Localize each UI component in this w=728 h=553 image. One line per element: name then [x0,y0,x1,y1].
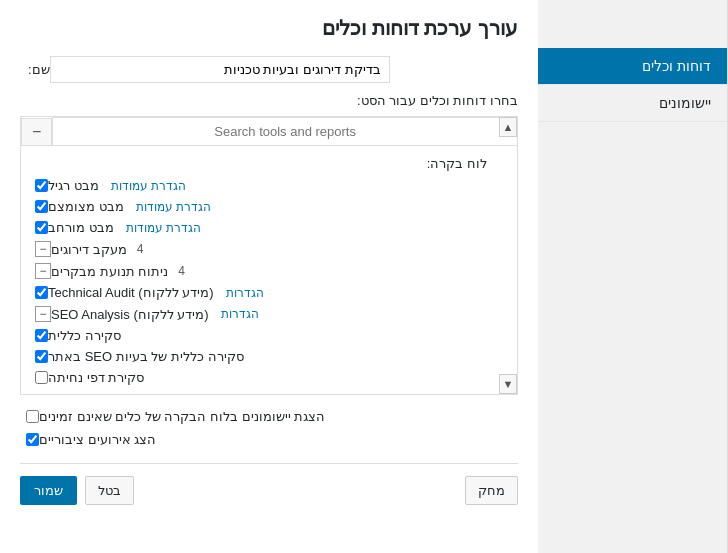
page-title: עורך ערכת דוחות וכלים [20,16,518,40]
delete-button[interactable]: מחק [465,476,518,505]
tool-label-normal-view: מבט רגיל [48,178,99,193]
option-row-public-events: הצג אירועים ציבוריים [20,432,518,447]
checkbox-general-scan[interactable] [35,329,48,342]
name-input[interactable] [50,56,390,83]
sidebar-item-reports-tools[interactable]: דוחות וכלים [538,48,727,85]
footer-buttons: מחק בטל שמור [20,463,518,505]
save-cancel-group: בטל שמור [20,476,134,505]
tool-item-seo-scan: סקירה כללית של בעיות SEO באתר [25,346,493,367]
search-input[interactable] [52,117,517,146]
minus-seo-analysis[interactable]: − [35,306,51,322]
select-label: בחרו דוחות וכלים עבור הסט: [20,93,518,108]
option-row-plugins-unavailable: הצגת יישומונים בלוח הבקרה של כלים שאינם … [20,409,518,424]
tool-label-seo-analysis: (מידע ללקוח) SEO Analysis [51,307,209,322]
action-seo-analysis[interactable]: הגדרות [221,307,259,321]
checkbox-seo-scan[interactable] [35,350,48,363]
tools-box: − ▲ לוח בקרה: הגדרת עמודות מבט רגיל [20,116,518,395]
checkbox-landing-scan[interactable] [35,371,48,384]
action-zoom-view[interactable]: הגדרת עמודות [136,200,211,214]
tools-list-scroll: לוח בקרה: הגדרת עמודות מבט רגיל הגדרת עמ… [21,146,517,394]
name-field-row: שם: [20,56,518,83]
options-section: הצגת יישומונים בלוח הבקרה של כלים שאינם … [20,409,518,447]
tool-label-technical-audit: (מידע ללקוח) Technical Audit [48,285,214,300]
tool-item-expanded-view: הגדרת עמודות מבט מורחב [25,217,493,238]
sidebar-item-plugins[interactable]: יישומונים [538,85,727,122]
tool-label-expanded-view: מבט מורחב [48,220,114,235]
option-label-plugins-unavailable: הצגת יישומונים בלוח הבקרה של כלים שאינם … [39,409,325,424]
tools-inner: לוח בקרה: הגדרת עמודות מבט רגיל הגדרת עמ… [25,152,493,388]
tool-item-zoom-view: הגדרת עמודות מבט מצומצם [25,196,493,217]
minus-track-rankings[interactable]: − [35,241,51,257]
save-button[interactable]: שמור [20,476,77,505]
checkbox-plugins-unavailable[interactable] [26,410,39,423]
cancel-button[interactable]: בטל [85,476,134,505]
checkbox-zoom-view[interactable] [35,200,48,213]
action-normal-view[interactable]: הגדרת עמודות [111,179,186,193]
checkbox-normal-view[interactable] [35,179,48,192]
main-content: עורך ערכת דוחות וכלים שם: בחרו דוחות וכל… [0,0,538,553]
name-label: שם: [28,62,50,77]
checkbox-public-events[interactable] [26,433,39,446]
tool-item-general-scan: סקירה כללית [25,325,493,346]
search-minus-button[interactable]: − [21,118,52,146]
tool-label-visitor-analysis: ניתוח תנועת מבקרים [51,264,168,279]
tool-item-technical-audit: הגדרות (מידע ללקוח) Technical Audit [25,282,493,303]
tool-item-landing-scan: סקירת דפי נחיתה [25,367,493,388]
count-track-rankings: 4 [137,242,144,256]
tool-label-zoom-view: מבט מצומצם [48,199,124,214]
tool-item-visitor-analysis: 4 ניתוח תנועת מבקרים − [25,260,493,282]
count-visitor-analysis: 4 [178,264,185,278]
sidebar: דוחות וכלים יישומונים [538,0,728,553]
checkbox-expanded-view[interactable] [35,221,48,234]
checkbox-technical-audit[interactable] [35,286,48,299]
action-expanded-view[interactable]: הגדרת עמודות [126,221,201,235]
action-technical-audit[interactable]: הגדרות [226,286,264,300]
tool-item-normal-view: הגדרת עמודות מבט רגיל [25,175,493,196]
tool-label-track-rankings: מעקב דירוגים [51,242,127,257]
option-label-public-events: הצג אירועים ציבוריים [39,432,156,447]
scroll-up-button[interactable]: ▲ [499,117,517,137]
search-bar-row: − [21,117,517,146]
scroll-down-button[interactable]: ▼ [499,374,517,394]
tool-item-track-rankings: 4 מעקב דירוגים − [25,238,493,260]
tool-label-general-scan: סקירה כללית [48,328,121,343]
tools-section-title: לוח בקרה: [25,152,493,175]
tool-item-seo-analysis: הגדרות (מידע ללקוח) SEO Analysis − [25,303,493,325]
tool-label-landing-scan: סקירת דפי נחיתה [48,370,144,385]
minus-visitor-analysis[interactable]: − [35,263,51,279]
tool-label-seo-scan: סקירה כללית של בעיות SEO באתר [48,349,244,364]
